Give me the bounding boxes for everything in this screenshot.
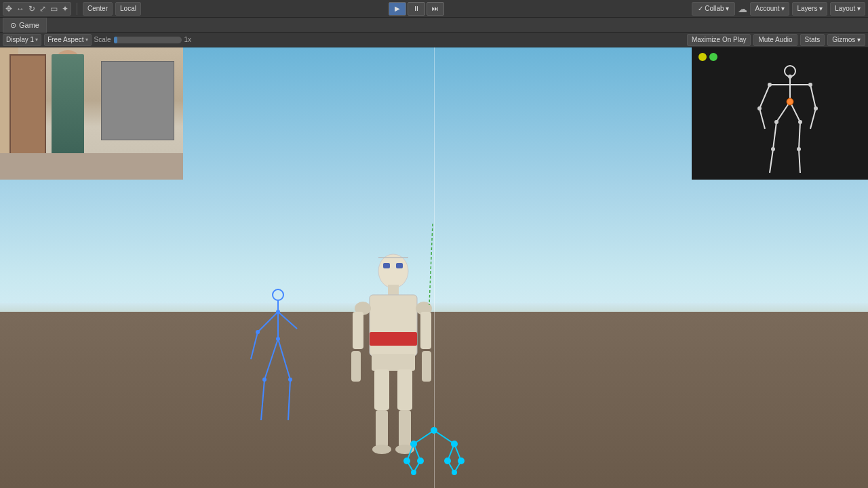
aspect-select[interactable]: Free Aspect ▾ (44, 34, 91, 46)
svg-line-77 (454, 461, 461, 472)
svg-point-16 (757, 106, 762, 110)
head-guide-line (426, 224, 439, 305)
svg-rect-34 (372, 354, 415, 371)
skeleton-canvas (692, 47, 868, 180)
scale-slider[interactable] (114, 37, 182, 43)
display-label: Display 1 (6, 36, 34, 43)
svg-line-10 (770, 149, 773, 173)
svg-line-51 (261, 380, 264, 420)
person-body (52, 54, 85, 167)
scale-value: 1x (184, 36, 192, 43)
room-shelf (101, 61, 174, 140)
game-viewport (0, 47, 868, 488)
svg-point-22 (797, 147, 801, 151)
scale-slider-fill (114, 37, 117, 43)
svg-rect-33 (422, 351, 431, 382)
blue-skeleton-svg (244, 285, 312, 488)
gizmos-btn[interactable]: Gizmos ▾ (827, 34, 865, 46)
svg-point-17 (814, 106, 818, 110)
cloud-icon[interactable]: ☁ (738, 3, 747, 14)
svg-line-48 (251, 332, 258, 359)
hand-tool-icon[interactable]: ✥ (3, 3, 14, 15)
svg-point-37 (372, 445, 391, 454)
rect-tool-icon[interactable]: ▭ (48, 3, 60, 15)
play-button[interactable]: ▶ (389, 2, 406, 16)
svg-point-14 (768, 83, 772, 87)
svg-line-4 (760, 108, 765, 129)
svg-rect-29 (353, 312, 363, 349)
move-tool-icon[interactable]: ↔ (14, 3, 26, 15)
pause-button[interactable]: ⏸ (408, 2, 425, 16)
svg-line-11 (799, 122, 800, 149)
svg-rect-35 (374, 369, 389, 410)
svg-line-50 (264, 339, 278, 380)
svg-rect-26 (370, 295, 417, 356)
rotate-tool-icon[interactable]: ↻ (26, 3, 37, 15)
svg-line-9 (773, 122, 776, 149)
aspect-label: Free Aspect (47, 36, 83, 43)
account-button[interactable]: Account ▾ (750, 2, 789, 16)
svg-point-19 (774, 120, 778, 124)
svg-line-52 (278, 339, 290, 380)
cyan-joints-svg (393, 424, 481, 478)
svg-point-21 (771, 147, 775, 151)
svg-point-45 (273, 289, 283, 300)
room-floor (0, 153, 183, 180)
svg-rect-32 (420, 312, 431, 349)
display-select[interactable]: Display 1 ▾ (3, 34, 41, 46)
multi-tool-icon[interactable]: ✦ (60, 3, 71, 15)
svg-point-24 (378, 254, 408, 288)
layout-button[interactable]: Layout ▾ (830, 2, 865, 16)
svg-line-59 (414, 430, 434, 444)
skeleton-svg (692, 47, 868, 180)
svg-point-23 (787, 98, 793, 105)
svg-line-53 (288, 380, 290, 420)
svg-point-57 (262, 378, 267, 382)
svg-rect-38 (397, 369, 412, 410)
collab-button[interactable]: ✓ Collab ▾ (692, 2, 735, 16)
game-tab-icon: ⊙ (10, 21, 16, 30)
video-scene (0, 47, 183, 180)
svg-line-6 (810, 108, 816, 129)
svg-line-5 (810, 85, 816, 108)
svg-rect-30 (351, 351, 361, 382)
video-overlay (0, 47, 183, 180)
mute-audio-btn[interactable]: Mute Audio (753, 34, 797, 46)
game-tab[interactable]: ⊙ Game (3, 18, 47, 33)
svg-point-56 (256, 330, 260, 334)
local-button[interactable]: Local (115, 2, 141, 16)
collab-label: Collab ▾ (705, 5, 729, 12)
svg-line-44 (429, 224, 433, 305)
svg-point-13 (788, 75, 792, 79)
svg-point-67 (451, 441, 458, 447)
svg-line-47 (258, 312, 278, 332)
display-arrow: ▾ (35, 37, 38, 43)
svg-point-15 (808, 83, 812, 87)
stats-btn[interactable]: Stats (800, 34, 825, 46)
svg-line-3 (760, 85, 770, 108)
scale-text: Scale (94, 36, 111, 43)
svg-line-49 (278, 312, 297, 329)
svg-point-58 (288, 378, 292, 382)
svg-point-55 (276, 337, 280, 341)
tab-bar: ⊙ Game (0, 18, 868, 33)
svg-rect-27 (370, 332, 417, 346)
center-button[interactable]: Center (83, 2, 113, 16)
separator-1 (77, 3, 77, 15)
svg-point-65 (431, 427, 437, 434)
svg-line-60 (434, 430, 454, 444)
svg-line-12 (799, 149, 800, 173)
svg-point-66 (410, 441, 417, 447)
layers-button[interactable]: Layers ▾ (792, 2, 827, 16)
skeleton-overlay (692, 47, 868, 180)
svg-rect-42 (396, 263, 403, 268)
svg-line-74 (407, 461, 414, 472)
maximize-on-play-btn[interactable]: Maximize On Play (687, 34, 751, 46)
svg-rect-41 (383, 263, 390, 268)
scale-tool-icon[interactable]: ⤢ (37, 3, 48, 15)
step-button[interactable]: ⏭ (427, 2, 444, 16)
checkmark-icon: ✓ (698, 5, 703, 12)
right-controls: ✓ Collab ▾ ☁ Account ▾ Layers ▾ Layout ▾ (692, 2, 865, 16)
main-toolbar: ✥ ↔ ↻ ⤢ ▭ ✦ Center Local ▶ ⏸ ⏭ ✓ Collab … (0, 0, 868, 18)
svg-rect-25 (388, 285, 399, 295)
